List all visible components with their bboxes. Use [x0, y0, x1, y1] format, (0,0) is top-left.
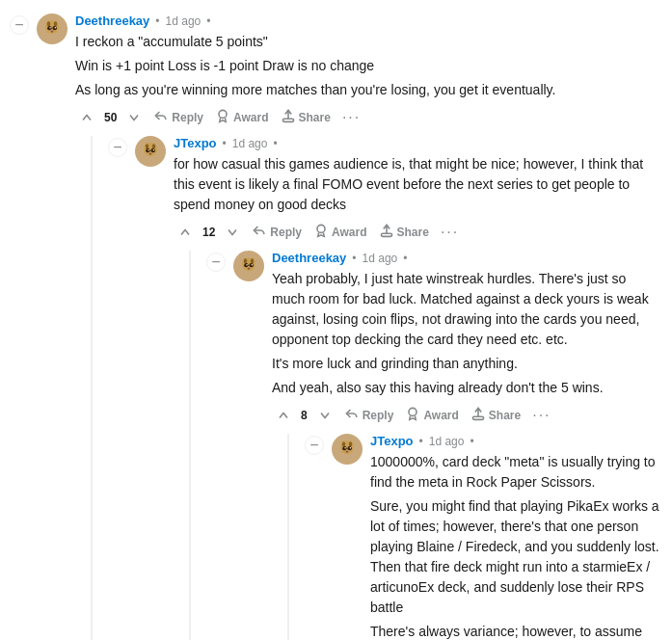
vote-count: 50 [102, 111, 119, 124]
svg-point-39 [342, 441, 346, 446]
comment-body: Deethreekay•1d ago•I reckon a "accumulat… [75, 13, 662, 640]
share-label: Share [299, 111, 331, 124]
svg-point-28 [251, 258, 255, 263]
action-bar: 8 Reply Award Share··· [272, 404, 662, 426]
comment-paragraph: It's more luck and grinding than anythin… [272, 354, 662, 374]
svg-point-35 [409, 408, 417, 415]
comment-text: Yeah probably, I just hate winstreak hur… [272, 269, 662, 398]
comment-body: JTexpo•1d ago•for how casual this games … [174, 136, 662, 640]
avatar [135, 136, 166, 167]
svg-point-22 [149, 153, 152, 155]
award-button[interactable]: Award [211, 106, 272, 128]
action-bar: 50 Reply Award Share··· [75, 106, 662, 128]
avatar [332, 434, 363, 465]
svg-point-16 [152, 144, 156, 148]
comment-meta: Deethreekay•1d ago• [272, 251, 662, 265]
comment-paragraph: 1000000%, card deck "meta" is usually tr… [370, 452, 662, 493]
award-icon [215, 108, 230, 126]
upvote-button[interactable] [75, 108, 98, 127]
comment: − Deethreekay•1d ago•Yeah probably, I ju… [206, 251, 662, 640]
vote-count: 8 [299, 409, 309, 422]
comment-paragraph: And yeah, also say this having already d… [272, 378, 662, 398]
upvote-button[interactable] [272, 406, 295, 425]
upvote-button[interactable] [174, 223, 197, 242]
downvote-button[interactable] [313, 406, 336, 425]
share-label: Share [489, 409, 521, 422]
svg-point-46 [346, 451, 349, 453]
comment-paragraph: Yeah probably, I just hate winstreak hur… [272, 269, 662, 350]
more-options-button[interactable]: ··· [338, 109, 364, 126]
username[interactable]: JTexpo [174, 136, 217, 150]
svg-point-32 [252, 264, 253, 265]
reply-button[interactable]: Reply [248, 221, 306, 243]
username[interactable]: Deethreekay [75, 13, 149, 28]
award-label: Award [423, 409, 458, 422]
comment-paragraph: for how casual this games audience is, t… [174, 154, 662, 215]
timestamp: 1d ago [429, 435, 465, 448]
collapse-button[interactable]: − [305, 436, 324, 455]
downvote-button[interactable] [221, 223, 244, 242]
reply-thread: − JTexpo•1d ago•1000000%, card deck "met… [287, 434, 662, 640]
award-label: Award [233, 111, 268, 124]
comment-paragraph: I reckon a "accumulate 5 points" [75, 32, 662, 52]
comment-paragraph: As long as you're winning more matches t… [75, 80, 662, 100]
username[interactable]: Deethreekay [272, 251, 346, 265]
time-separator-2: • [273, 137, 277, 150]
comment: − JTexpo•1d ago•for how casual this game… [108, 136, 662, 640]
collapse-button[interactable]: − [10, 15, 29, 35]
collapse-button[interactable]: − [108, 138, 127, 157]
more-options-button[interactable]: ··· [437, 224, 463, 241]
vote-count: 12 [201, 226, 217, 239]
downvote-button[interactable] [122, 108, 146, 127]
comment-text: 1000000%, card deck "meta" is usually tr… [370, 452, 662, 640]
time-separator-2: • [206, 14, 210, 28]
avatar [233, 251, 264, 281]
reply-button[interactable]: Reply [340, 404, 398, 426]
time-separator: • [352, 252, 356, 265]
share-button[interactable]: Share [375, 221, 433, 243]
share-icon [379, 223, 394, 241]
share-icon [281, 108, 296, 126]
timestamp: 1d ago [232, 137, 268, 150]
comment-meta: JTexpo•1d ago• [370, 434, 662, 448]
award-button[interactable]: Award [309, 221, 370, 243]
comment-paragraph: Win is +1 point Loss is -1 point Draw is… [75, 56, 662, 76]
svg-point-27 [244, 258, 248, 263]
svg-point-3 [47, 21, 51, 26]
svg-point-43 [344, 447, 345, 448]
svg-point-34 [248, 268, 251, 270]
comment-text: I reckon a "accumulate 5 points"Win is +… [75, 32, 662, 100]
reply-button[interactable]: Reply [149, 106, 207, 128]
comment-body: Deethreekay•1d ago•Yeah probably, I just… [272, 251, 662, 640]
svg-point-15 [146, 144, 149, 148]
collapse-button[interactable]: − [206, 253, 226, 272]
share-icon [470, 406, 486, 424]
svg-point-7 [49, 27, 50, 28]
reply-label: Reply [172, 111, 203, 124]
award-button[interactable]: Award [401, 404, 462, 426]
svg-point-19 [148, 149, 148, 150]
svg-point-31 [246, 264, 247, 265]
avatar [37, 13, 67, 44]
reply-thread: − JTexpo•1d ago•for how casual this game… [91, 136, 662, 640]
more-options-button[interactable]: ··· [528, 407, 554, 424]
comment-text: for how casual this games audience is, t… [174, 154, 662, 215]
comment: − Deethreekay•1d ago•I reckon a "accumul… [10, 13, 662, 640]
reply-label: Reply [363, 409, 394, 422]
reply-icon [153, 108, 169, 126]
timestamp: 1d ago [363, 252, 398, 265]
reply-label: Reply [270, 226, 302, 239]
share-button[interactable]: Share [467, 404, 524, 426]
comment: − JTexpo•1d ago•1000000%, card deck "met… [305, 434, 662, 640]
svg-point-10 [51, 31, 54, 33]
reply-icon [344, 406, 360, 424]
share-button[interactable]: Share [277, 106, 335, 128]
share-label: Share [397, 226, 429, 239]
award-label: Award [332, 226, 366, 239]
svg-point-4 [54, 21, 58, 26]
comment-paragraph: There's always variance; however, to ass… [370, 622, 662, 640]
svg-point-40 [349, 441, 353, 446]
username[interactable]: JTexpo [370, 434, 414, 448]
comment-thread: − Deethreekay•1d ago•I reckon a "accumul… [10, 10, 662, 640]
award-icon [313, 223, 329, 241]
